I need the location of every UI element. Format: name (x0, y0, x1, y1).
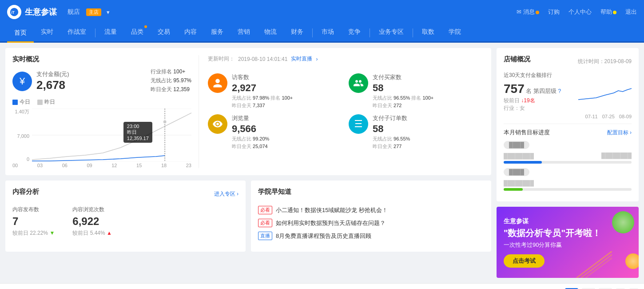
nav-item-service[interactable]: 服务 (204, 23, 231, 41)
nav-item-business[interactable]: 业务专区 (372, 23, 411, 41)
payment-info: 支付金额(元) 2,678 (36, 70, 142, 92)
nav-item-trade[interactable]: 交易 (151, 23, 177, 41)
nav-item-content[interactable]: 内容 (177, 23, 204, 41)
tag-must-2: 必看 (258, 219, 272, 227)
target-name-2: ████ (504, 168, 529, 176)
rank-title: 近30天支付金额排行 (504, 72, 632, 79)
left-column: 实时概况 ¥ 支付金额(元) 2,678 行业排名 100+ (5, 48, 491, 278)
buyers-icon (349, 73, 368, 93)
y-label-mid: 7,000 (12, 133, 29, 139)
publish-stat: 内容发布数 7 较前日 22.22% ▼ (12, 206, 55, 237)
target-values-1: ████████ ████████ (504, 153, 632, 159)
rank-change-value: ↓19名 (521, 97, 535, 104)
category-dot (144, 25, 147, 28)
nav-item-data[interactable]: 取数 (415, 23, 441, 41)
shop-title: 店铺概况 (504, 55, 530, 64)
orders-sub: 无线占比 96.55% (373, 136, 484, 142)
nav-item-marketing[interactable]: 营销 (231, 23, 257, 41)
payment-value: 2,678 (36, 78, 142, 92)
target-header: 本月销售目标进度 配置目标 › (504, 128, 632, 136)
chart-date-1: 07-11 (585, 114, 598, 119)
nav-item-realtime[interactable]: 实时 (34, 23, 60, 41)
academy-card: 学院早知道 必看 小二通知！数据侠15域赋能沙龙 秒抢机会！ 必看 如何利用实时… (251, 181, 491, 252)
banner-btn[interactable]: 点击考试 (504, 254, 545, 268)
nav-item-logistics[interactable]: 物流 (257, 23, 284, 41)
banner-title: "数据分析专员"开考啦！ (504, 227, 632, 239)
buyers-label: 支付买家数 (373, 73, 484, 81)
shop-name: 舰店 (68, 8, 80, 16)
industry-label: 行业：女 (504, 104, 561, 112)
progress-fill-2 (504, 188, 523, 191)
visitors-value: 2,927 (232, 82, 343, 94)
tag-must-1: 必看 (258, 206, 272, 214)
nav-item-compete[interactable]: 竞争 (341, 23, 368, 41)
academy-item-2: 必看 如何利用实时数据预判当天店铺存在问题？ (258, 219, 484, 227)
update-time: 更新时间： 2019-08-10 14:01:41 实时直播 › (208, 55, 318, 63)
nav-item-home[interactable]: 首页 (7, 24, 34, 43)
header-messages[interactable]: ✉ 消息 (517, 8, 539, 16)
tab-service-window[interactable]: 🎧 服务视窗 (50, 284, 97, 289)
tier-help[interactable]: ? (558, 88, 561, 94)
nav-item-finance[interactable]: 财务 (284, 23, 310, 41)
chart-date-2: 07-25 (602, 114, 615, 119)
buyers-metric: 支付买家数 58 无线占比 96.55% 排名 100+ 昨日全天 272 (349, 73, 484, 109)
realtime-card: 实时概况 ¥ 支付金额(元) 2,678 行业排名 100+ (5, 48, 491, 175)
nav-item-ops[interactable]: 作战室 (60, 23, 93, 41)
content-enter-link[interactable]: 进入专区 › (214, 190, 239, 198)
views-stat: 内容浏览次数 6,922 较前日 5.44% ▲ (72, 206, 112, 237)
nav-item-market[interactable]: 市场 (314, 23, 341, 41)
rank-value: 757 (504, 82, 525, 96)
nav-item-academy[interactable]: 学院 (441, 23, 468, 41)
shop-stat-time: 统计时间：2019-08-09 (578, 58, 632, 65)
nav-divider-1 (95, 28, 95, 37)
visitors-info: 访客数 2,927 无线占比 97.98% 排名 100+ 昨日全天 7,337 (232, 73, 343, 109)
payment-metric: ¥ 支付金额(元) 2,678 行业排名 100+ 无线占比 (12, 68, 191, 95)
progress-fill-1 (504, 161, 542, 164)
live-arrow[interactable]: › (316, 56, 318, 62)
views-change: 较前日 5.44% ▲ (72, 229, 112, 237)
academy-text-3[interactable]: 8月免费直播课程预告及历史直播回顾 (276, 232, 371, 240)
banner-card: 生意参谋 "数据分析专员"开考啦！ 一次性考过90分算你赢 点击考试 (497, 207, 639, 278)
academy-list: 必看 小二通知！数据侠15域赋能沙龙 秒抢机会！ 必看 如何利用实时数据预判当天… (258, 206, 484, 240)
views-arrow: ▲ (107, 230, 112, 236)
header-logout[interactable]: 退出 (625, 8, 637, 16)
main-content: 实时概况 ¥ 支付金额(元) 2,678 行业排名 100+ (0, 43, 644, 283)
chart-date-3: 08-09 (619, 114, 632, 119)
svg-point-6 (163, 120, 167, 124)
payment-label: 支付金额(元) (36, 70, 142, 78)
target-config[interactable]: 配置目标 › (607, 129, 632, 136)
live-link[interactable]: 实时直播 (291, 55, 312, 63)
svg-text:iT: iT (12, 11, 15, 15)
orders-info: 支付子订单数 58 无线占比 96.55% 昨日全天 277 (373, 114, 484, 150)
banner-desc: 一次性考过90分算你赢 (504, 241, 632, 249)
header-orders[interactable]: 订购 (548, 8, 560, 16)
shop-dropdown-icon[interactable]: ▾ (107, 9, 110, 16)
realtime-left: 实时概况 ¥ 支付金额(元) 2,678 行业排名 100+ (12, 55, 199, 168)
orders-yesterday: 昨日全天 277 (373, 143, 484, 150)
academy-header: 学院早知道 (258, 188, 484, 201)
header-profile[interactable]: 个人中心 (568, 8, 592, 16)
industry-rank-value: 100+ (173, 68, 185, 75)
nav-item-category[interactable]: 品类 (124, 23, 151, 41)
publish-arrow: ▼ (49, 230, 55, 236)
pageviews-label: 浏览量 (232, 114, 343, 122)
nav-item-traffic[interactable]: 流量 (97, 23, 124, 41)
nav-divider-4 (413, 28, 413, 37)
shop-badge[interactable]: 主店 (86, 8, 101, 16)
shop-overview-card: 店铺概况 统计时间：2019-08-09 近30天支付金额排行 757 名 第四… (497, 48, 639, 201)
chart-x-labels: 0003060912151823 (12, 163, 191, 168)
visitors-label: 访客数 (232, 73, 343, 81)
header-help[interactable]: 帮助 (600, 8, 616, 16)
nav-divider-3 (370, 28, 370, 37)
svg-line-7 (576, 251, 612, 278)
tab-manage-window[interactable]: 👤 管理视窗 (97, 284, 144, 289)
tag-live-1: 直播 (258, 232, 272, 240)
publish-value: 7 (12, 215, 55, 228)
tab-ops-window[interactable]: ↻ 运营视窗 (5, 284, 50, 289)
shop-mini-chart (578, 82, 632, 104)
progress-bg-2 (504, 188, 632, 191)
pageviews-sub: 无线占比 99.20% (232, 136, 343, 142)
wireless-ratio: 无线占比 95.97% (151, 77, 191, 84)
academy-text-1[interactable]: 小二通知！数据侠15域赋能沙龙 秒抢机会！ (276, 206, 388, 214)
academy-text-2[interactable]: 如何利用实时数据预判当天店铺存在问题？ (276, 219, 386, 227)
